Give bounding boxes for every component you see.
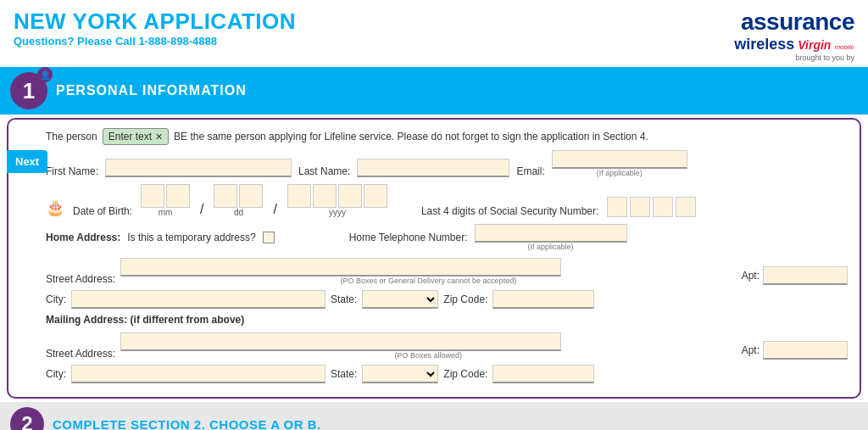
mailing-zip-label: Zip Code: (443, 368, 487, 380)
dob-yyyy-group: yyyy (287, 184, 387, 217)
phone-line: Questions? Please Call 1-888-898-4888 (14, 35, 296, 47)
city-input[interactable] (71, 290, 326, 309)
apt-label: Apt: (742, 270, 760, 282)
dob-label: Date of Birth: (73, 205, 132, 217)
street-po-note: (PO Boxes or General Delivery cannot be … (120, 276, 737, 285)
ssn-box-3[interactable] (653, 197, 673, 217)
mailing-street-wrap: (PO Boxes allowed) (120, 332, 737, 360)
ssn-box-4[interactable] (676, 197, 696, 217)
section1-number: 1 (23, 78, 35, 104)
section1-title: PERSONAL INFORMATION (56, 83, 247, 98)
zip-input[interactable] (492, 290, 594, 309)
dob-dd-input-2[interactable] (239, 184, 263, 208)
street-address-row: Street Address: (PO Boxes or General Del… (20, 258, 848, 285)
email-field-group: (If applicable) (552, 150, 687, 177)
mailing-street-label: Street Address: (46, 348, 115, 360)
home-address-tel-row: Home Address: Is this a temporary addres… (20, 224, 848, 251)
street-address-wrap: (PO Boxes or General Delivery cannot be … (120, 258, 737, 285)
dob-mm-label: mm (159, 208, 173, 217)
email-input[interactable] (552, 150, 687, 169)
dob-yyyy-boxes (287, 184, 387, 208)
person-text-before: The person (46, 131, 97, 142)
mailing-title: Mailing Address: (if different from abov… (46, 314, 244, 326)
logo-wireless: wireless (734, 36, 794, 53)
last-name-input[interactable] (357, 159, 509, 177)
dob-mm-input-2[interactable] (166, 184, 190, 208)
ssn-label: Last 4 digits of Social Security Number: (421, 205, 598, 217)
dob-yyyy-input-1[interactable] (287, 184, 311, 208)
mailing-zip-input[interactable] (492, 365, 594, 383)
city-label: City: (46, 293, 66, 305)
first-name-input[interactable] (105, 159, 292, 177)
mailing-street-input[interactable] (120, 332, 561, 351)
temp-address-checkbox[interactable] (263, 232, 275, 243)
app-title: NEW YORK APPLICATION (14, 8, 296, 35)
dob-dd-input-1[interactable] (214, 184, 237, 208)
dob-yyyy-label: yyyy (329, 208, 346, 217)
enter-text-label: Enter text (108, 131, 152, 142)
slash-1: / (200, 202, 203, 217)
mailing-city-label: City: (46, 368, 66, 380)
section1-number-circle: 1 👤 (10, 72, 47, 109)
dob-yyyy-input-2[interactable] (313, 184, 337, 208)
street-address-input[interactable] (120, 258, 561, 276)
form-card: Next The person Enter text ✕ BE the same… (7, 118, 861, 399)
temp-address-text: Is this a temporary address? (127, 232, 255, 243)
section1-header: 1 👤 PERSONAL INFORMATION (0, 67, 868, 114)
ssn-boxes (607, 197, 696, 217)
header-left: NEW YORK APPLICATION Questions? Please C… (14, 8, 296, 47)
mailing-apt-label: Apt: (742, 344, 760, 356)
enter-text-tag[interactable]: Enter text ✕ (103, 128, 169, 145)
dob-dd-boxes (214, 184, 263, 208)
header: NEW YORK APPLICATION Questions? Please C… (0, 0, 868, 67)
person-intro-row: The person Enter text ✕ BE the same pers… (20, 128, 848, 145)
ssn-box-1[interactable] (607, 197, 627, 217)
logo-brought: brought to you by (795, 53, 854, 62)
dob-dd-group: dd (214, 184, 263, 217)
dob-dd-label: dd (234, 208, 243, 217)
mailing-street-row: Street Address: (PO Boxes allowed) Apt: (20, 332, 848, 360)
section2-title: COMPLETE SECTION 2. CHOOSE A OR B. (53, 417, 321, 431)
person-text-after: BE the same person applying for Lifeline… (174, 131, 648, 142)
ssn-box-2[interactable] (630, 197, 650, 217)
city-state-zip-row: City: State: NY Zip Code: (20, 290, 848, 309)
section2-number: 2 (21, 412, 32, 430)
mailing-title-row: Mailing Address: (if different from abov… (20, 314, 848, 326)
first-name-label: First Name: (46, 165, 98, 177)
dob-yyyy-input-3[interactable] (338, 184, 362, 208)
name-email-row: First Name: Last Name: Email: (If applic… (20, 150, 848, 177)
enter-text-close-icon[interactable]: ✕ (155, 131, 163, 142)
apt-input[interactable] (763, 266, 848, 285)
next-button[interactable]: Next (7, 150, 47, 173)
mailing-apt-wrap: Apt: (742, 341, 848, 360)
birthday-icon: 🎂 (46, 198, 64, 217)
state-label: State: (331, 293, 357, 305)
logo-assurance: assurance (741, 8, 854, 36)
mailing-po-note: (PO Boxes allowed) (120, 351, 737, 360)
person-icon: 👤 (37, 67, 53, 82)
section2-header: 2 COMPLETE SECTION 2. CHOOSE A OR B. (0, 402, 868, 430)
logo-area: assurance wireless Virgin mobile brought… (734, 8, 854, 62)
apt-wrap: Apt: (742, 266, 848, 285)
zip-label: Zip Code: (443, 293, 487, 305)
last-name-label: Last Name: (298, 165, 350, 177)
street-address-label: Street Address: (46, 273, 115, 285)
dob-ssn-row: 🎂 Date of Birth: mm / dd / (20, 184, 848, 217)
mailing-city-state-zip-row: City: State: NY Zip Code: (20, 365, 848, 383)
mailing-city-input[interactable] (71, 365, 326, 383)
dob-mm-group: mm (141, 184, 190, 217)
mailing-state-select[interactable]: NY (362, 365, 438, 383)
home-tel-sub: (If applicable) (475, 243, 627, 251)
slash-2: / (273, 202, 276, 217)
dob-yyyy-input-4[interactable] (364, 184, 387, 208)
dob-mm-input-1[interactable] (141, 184, 164, 208)
logo-mobile: mobile (834, 43, 854, 51)
logo-virgin: Virgin (798, 38, 831, 52)
mailing-state-label: State: (331, 368, 357, 380)
home-tel-input[interactable] (475, 224, 627, 243)
home-tel-field-group: (If applicable) (475, 224, 627, 251)
email-sub: (If applicable) (552, 169, 687, 177)
home-address-label: Home Address: (46, 232, 120, 243)
mailing-apt-input[interactable] (763, 341, 848, 360)
state-select[interactable]: NY (362, 290, 438, 309)
